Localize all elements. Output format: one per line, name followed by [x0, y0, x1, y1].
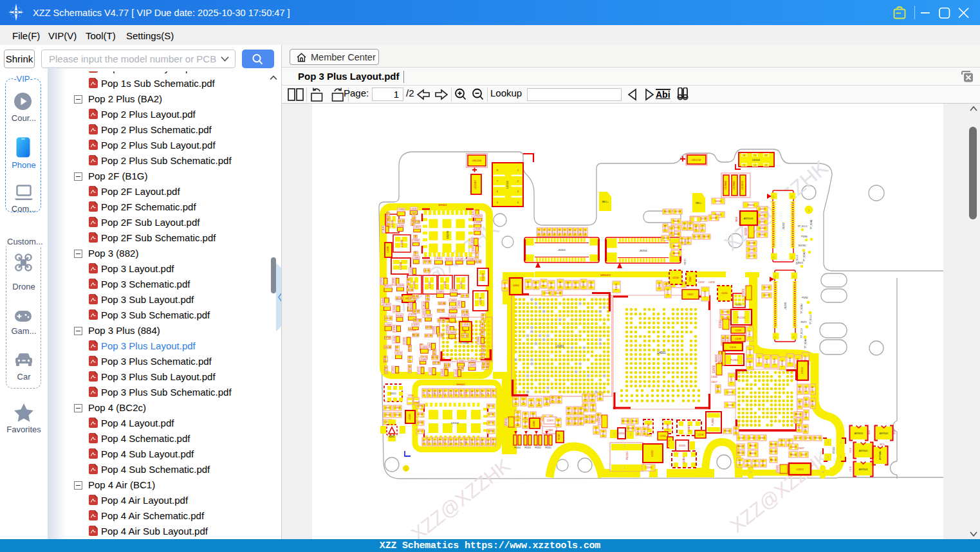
svg-text:C2004: C2004 [726, 404, 733, 407]
svg-text:C3073: C3073 [418, 367, 420, 374]
svg-text:C4010: C4010 [717, 385, 719, 392]
svg-text:U3102: U3102 [451, 421, 459, 425]
svg-text:C3013: C3013 [487, 390, 490, 396]
svg-text:L3210: L3210 [462, 335, 468, 337]
svg-text:31: 31 [793, 275, 795, 278]
svg-text:L3280: L3280 [458, 301, 461, 308]
svg-text:L3166: L3166 [385, 324, 392, 326]
svg-text:R6303: R6303 [689, 223, 692, 229]
svg-text:R6219: R6219 [564, 229, 566, 235]
svg-text:C2107: C2107 [738, 437, 744, 439]
svg-text:C3267: C3267 [482, 313, 485, 320]
svg-text:M6014: M6014 [737, 452, 744, 454]
svg-text:U1001: U1001 [555, 345, 564, 348]
svg-text:PL2102: PL2102 [737, 317, 745, 319]
svg-text:C3341: C3341 [412, 239, 419, 242]
svg-text:C3341: C3341 [469, 360, 476, 362]
svg-text:L3146: L3146 [482, 366, 488, 369]
svg-text:REC+: REC+ [602, 201, 609, 203]
svg-text:L3334: L3334 [393, 336, 396, 343]
svg-text:U3203: U3203 [481, 273, 485, 281]
svg-text:C2202: C2202 [743, 290, 745, 296]
svg-text:C3371: C3371 [403, 338, 406, 344]
svg-text:TP_SCL6: TP_SCL6 [800, 328, 803, 338]
svg-text:31: 31 [791, 196, 793, 198]
svg-text:C3277: C3277 [444, 390, 447, 396]
svg-text:L3136: L3136 [433, 362, 439, 364]
svg-text:L3166: L3166 [481, 390, 484, 396]
svg-text:R3212: R3212 [446, 258, 452, 261]
svg-text:C3159: C3159 [423, 302, 425, 308]
svg-text:U4001: U4001 [657, 351, 666, 354]
svg-text:L3525: L3525 [472, 210, 475, 217]
svg-text:C2237: C2237 [698, 281, 705, 284]
svg-text:R6034: R6034 [770, 450, 777, 453]
svg-text:C3331: C3331 [411, 208, 417, 210]
svg-text:C2038: C2038 [735, 338, 741, 340]
svg-text:L3354: L3354 [427, 294, 429, 300]
svg-text:C6024: C6024 [781, 439, 783, 446]
svg-text:C7039: C7039 [544, 292, 550, 295]
svg-text:C3063: C3063 [448, 331, 455, 334]
svg-text:R2109: R2109 [627, 427, 634, 430]
svg-text:C1086: C1086 [584, 404, 587, 410]
svg-text:C2013: C2013 [796, 468, 803, 471]
svg-text:C6304: C6304 [759, 227, 765, 230]
svg-text:R2103: R2103 [637, 428, 640, 434]
svg-text:C3033: C3033 [418, 421, 423, 424]
svg-text:C3321: C3321 [434, 327, 436, 333]
svg-text:R3282: R3282 [396, 315, 403, 317]
svg-text:TP_SDA6: TP_SDA6 [804, 338, 807, 349]
svg-text:R1021: R1021 [505, 419, 508, 425]
svg-text:C2109: C2109 [735, 329, 741, 332]
svg-text:L3156: L3156 [428, 390, 430, 396]
svg-text:C3033: C3033 [410, 268, 412, 274]
svg-text:U3103: U3103 [409, 414, 411, 420]
svg-text:C2108: C2108 [799, 401, 801, 407]
svg-text:C3287: C3287 [423, 439, 425, 445]
svg-text:R3242: R3242 [412, 334, 419, 336]
svg-text:C3257: C3257 [414, 226, 420, 228]
svg-text:C3361: C3361 [455, 390, 458, 396]
svg-text:L3186: L3186 [488, 413, 494, 416]
svg-text:D1H: D1H [868, 430, 871, 434]
svg-text:LED2203: LED2203 [472, 160, 482, 162]
svg-text:C3189: C3189 [420, 358, 426, 361]
svg-text:B6006: B6006 [673, 252, 680, 255]
svg-text:6: 6 [744, 154, 745, 157]
svg-text:C3518: C3518 [384, 346, 391, 349]
svg-text:C4019: C4019 [719, 321, 722, 327]
svg-text:B3101: B3101 [795, 413, 801, 416]
svg-text:L3136: L3136 [397, 225, 403, 227]
svg-text:C3119: C3119 [397, 284, 403, 287]
svg-text:KB102: KB102 [558, 434, 560, 440]
svg-text:X2104: X2104 [833, 447, 835, 454]
svg-text:C3568: C3568 [433, 349, 436, 355]
svg-text:R6202: R6202 [575, 282, 577, 288]
svg-text:2: 2 [755, 164, 756, 167]
svg-text:C3287: C3287 [384, 336, 391, 339]
svg-text:M630A: M630A [535, 281, 537, 289]
svg-text:C6025: C6025 [790, 446, 797, 448]
svg-text:U1201: U1201 [459, 281, 463, 288]
svg-text:C3528: C3528 [424, 261, 430, 263]
svg-text:C4000: C4000 [711, 376, 717, 378]
svg-text:C6208: C6208 [674, 210, 681, 213]
svg-text:C6205: C6205 [759, 208, 765, 210]
svg-text:R6222: R6222 [579, 229, 582, 235]
svg-text:C3227: C3227 [413, 310, 420, 313]
svg-text:L3555: L3555 [444, 439, 447, 445]
svg-text:R6218: R6218 [559, 229, 561, 235]
svg-text:ANT6502: ANT6502 [859, 450, 868, 452]
svg-text:L3565: L3565 [436, 257, 442, 260]
svg-text:J6205: J6205 [784, 302, 787, 310]
svg-text:L3565: L3565 [418, 405, 423, 407]
svg-text:C3548: C3548 [450, 307, 456, 309]
svg-text:C6B20: C6B20 [739, 459, 741, 466]
svg-text:C6012: C6012 [662, 237, 669, 239]
svg-text:L3154: L3154 [408, 394, 414, 397]
svg-text:C2110: C2110 [804, 437, 811, 439]
svg-text:U3207: U3207 [428, 281, 431, 288]
svg-text:L3344: L3344 [409, 365, 411, 372]
svg-text:ANT6503: ANT6503 [859, 468, 868, 471]
